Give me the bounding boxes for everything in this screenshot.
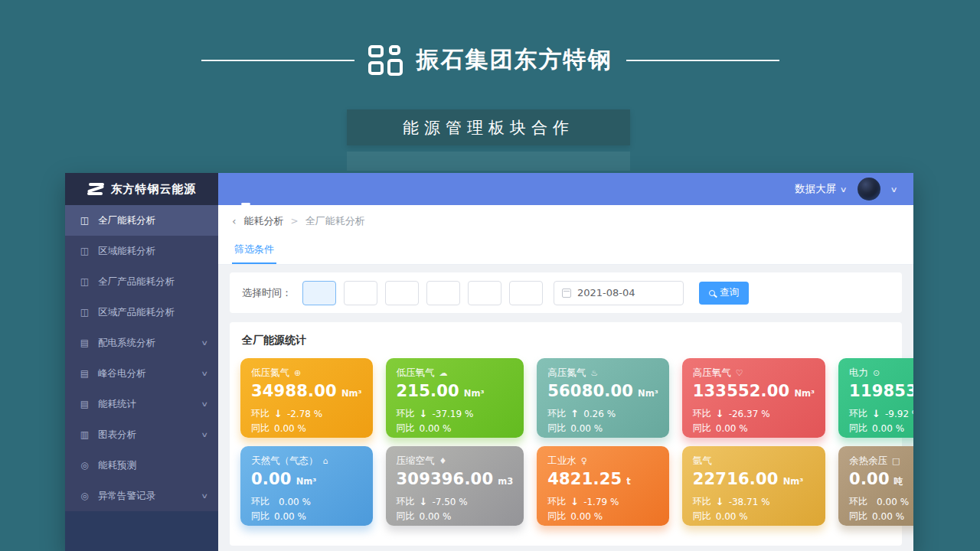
avatar[interactable] bbox=[858, 178, 880, 201]
time-option-button[interactable] bbox=[468, 281, 501, 305]
nav-item[interactable] bbox=[292, 173, 322, 205]
energy-card[interactable]: 高压氧气 ♡ 133552.00 Nm³ 环比 ↓ -26.37 % bbox=[682, 358, 825, 438]
card-value: 309396.00 bbox=[397, 470, 494, 488]
dashboard-window: 东方特钢云能源 数据大屏 ∨ ∨ ◫ 全厂能耗分析 ∨ ◫ bbox=[65, 173, 913, 551]
energy-card[interactable]: 低压氮气 ⊕ 34988.00 Nm³ 环比 ↓ -2.78 % bbox=[240, 358, 373, 438]
card-value: 34988.00 bbox=[251, 382, 337, 400]
date-input[interactable] bbox=[577, 287, 675, 298]
data-screen-link[interactable]: 数据大屏 ∨ bbox=[795, 182, 846, 196]
time-option-button[interactable] bbox=[385, 281, 419, 305]
time-option-button[interactable] bbox=[509, 281, 543, 305]
tab-filter-conditions[interactable]: 筛选条件 bbox=[232, 237, 276, 264]
card-unit: Nm³ bbox=[638, 388, 658, 399]
card-title: 电力 bbox=[849, 367, 868, 380]
nav-item[interactable] bbox=[353, 173, 384, 205]
back-icon[interactable]: ‹ bbox=[232, 215, 237, 227]
yoy-value: 0.00 % bbox=[570, 423, 603, 434]
sidebar-item[interactable]: ▤ 配电系统分析 ∨ bbox=[65, 328, 218, 358]
sidebar-item-label: 区域能耗分析 bbox=[98, 245, 207, 258]
chevron-down-icon: ∨ bbox=[201, 339, 209, 347]
mom-value: -38.71 % bbox=[729, 497, 770, 507]
time-range-options bbox=[302, 281, 543, 305]
sidebar-item-label: 区域产品能耗分析 bbox=[98, 306, 207, 319]
subtitle-banner-ghost bbox=[347, 152, 630, 171]
sidebar-item-icon: ◎ bbox=[79, 460, 90, 471]
trend-arrow-icon: ↓ bbox=[274, 408, 283, 419]
filter-label: 选择时间： bbox=[242, 286, 292, 300]
energy-cards: 低压氮气 ⊕ 34988.00 Nm³ 环比 ↓ -2.78 % bbox=[240, 358, 891, 526]
sidebar-item[interactable]: ▥ 图表分析 ∨ bbox=[65, 419, 218, 450]
stats-title: 全厂能源统计 bbox=[242, 334, 890, 347]
chevron-down-icon[interactable]: ∨ bbox=[890, 185, 897, 194]
trend-arrow-icon: ↓ bbox=[420, 496, 428, 507]
sidebar-item[interactable]: ◫ 区域能耗分析 ∨ bbox=[65, 236, 218, 266]
brand-name: 东方特钢云能源 bbox=[111, 182, 197, 197]
card-title: 氩气 bbox=[693, 455, 712, 468]
energy-card[interactable]: 低压氧气 ☁ 215.00 Nm³ 环比 ↓ -37.19 % bbox=[386, 358, 524, 438]
subtitle-banner: 能源管理板块合作 bbox=[347, 109, 630, 145]
card-title: 低压氧气 bbox=[397, 367, 435, 380]
sidebar-item-icon: ▤ bbox=[79, 368, 90, 379]
card-icon: ⊕ bbox=[294, 368, 301, 378]
energy-card[interactable]: 电力 ⊙ 1198538.09 kw.h 环比 ↓ -9.92 % bbox=[838, 358, 913, 438]
yoy-value: 0.00 % bbox=[274, 511, 306, 522]
sidebar-item-label: 峰谷电分析 bbox=[98, 367, 202, 380]
sidebar-item-icon: ▤ bbox=[79, 337, 90, 348]
card-icon: ☁ bbox=[439, 368, 448, 378]
brand: 东方特钢云能源 bbox=[65, 173, 218, 205]
mom-value: -2.78 % bbox=[287, 409, 322, 419]
chevron-down-icon: ∨ bbox=[201, 370, 209, 377]
company-logo-icon bbox=[368, 45, 403, 76]
card-value: 1198538.09 bbox=[849, 382, 913, 400]
nav-item[interactable] bbox=[261, 173, 292, 205]
energy-card[interactable]: 压缩空气 ♦ 309396.00 m3 环比 ↓ -7.50 % bbox=[386, 446, 524, 526]
breadcrumb-parent[interactable]: 能耗分析 bbox=[244, 214, 284, 228]
chevron-down-icon: ∨ bbox=[201, 492, 209, 500]
nav-right: 数据大屏 ∨ ∨ bbox=[795, 173, 913, 205]
mom-value: -26.37 % bbox=[729, 409, 770, 419]
energy-card[interactable]: 高压氮气 ♨ 56080.00 Nm³ 环比 ↑ 0.26 % bbox=[537, 358, 669, 438]
energy-card[interactable]: 天然气（气态） ⌂ 0.00 Nm³ 环比 0.00 % bbox=[240, 446, 373, 526]
yoy-value: 0.00 % bbox=[872, 423, 904, 434]
sidebar-item-icon: ◫ bbox=[79, 246, 90, 256]
sidebar-item[interactable]: ◫ 全厂能耗分析 ∨ bbox=[65, 205, 218, 236]
decor-line-right bbox=[626, 60, 779, 61]
time-option-button[interactable] bbox=[302, 281, 336, 305]
time-option-button[interactable] bbox=[344, 281, 377, 305]
sidebar-item[interactable]: ▤ 能耗统计 ∨ bbox=[65, 389, 218, 419]
mom-label: 环比 bbox=[251, 407, 270, 420]
mom-label: 环比 bbox=[693, 495, 711, 508]
energy-card[interactable]: 氩气 22716.00 Nm³ 环比 ↓ -38.71 % bbox=[682, 446, 825, 526]
sidebar-item[interactable]: ◎ 能耗预测 ∨ bbox=[65, 450, 218, 481]
mom-label: 环比 bbox=[849, 495, 867, 508]
sidebar-item-label: 异常告警记录 bbox=[98, 490, 202, 503]
trend-arrow-icon: ↓ bbox=[420, 408, 428, 419]
energy-card[interactable]: 工业水 ♀ 4821.25 t 环比 ↓ -1.79 % bbox=[537, 446, 669, 526]
nav-item[interactable] bbox=[322, 173, 353, 205]
filter-panel: 选择时间： 查询 bbox=[230, 272, 902, 313]
calendar-icon bbox=[562, 289, 571, 298]
sidebar-item[interactable]: ◫ 区域产品能耗分析 ∨ bbox=[65, 297, 218, 328]
sidebar-item-icon: ◎ bbox=[79, 491, 90, 501]
mom-value: 0.26 % bbox=[583, 409, 616, 419]
card-title: 低压氮气 bbox=[251, 367, 289, 380]
energy-card[interactable]: 余热余压 □ 0.00 吨 环比 0.00 % bbox=[838, 446, 913, 526]
stats-panel: 全厂能源统计 低压氮气 ⊕ 34988.00 Nm³ bbox=[230, 322, 902, 546]
sidebar-item[interactable]: ◫ 全厂产品能耗分析 ∨ bbox=[65, 266, 218, 297]
mom-value: 0.00 % bbox=[877, 497, 909, 507]
card-value: 215.00 bbox=[397, 382, 459, 400]
date-picker[interactable] bbox=[554, 281, 684, 305]
card-unit: t bbox=[626, 476, 631, 487]
sidebar-item-icon: ◫ bbox=[79, 307, 90, 318]
yoy-value: 0.00 % bbox=[716, 511, 748, 522]
card-unit: 吨 bbox=[894, 476, 903, 487]
top-nav: 东方特钢云能源 数据大屏 ∨ ∨ bbox=[65, 173, 913, 205]
sidebar-item-icon: ▤ bbox=[79, 399, 90, 409]
nav-menu bbox=[230, 173, 795, 205]
yoy-label: 同比 bbox=[547, 422, 566, 435]
query-button[interactable]: 查询 bbox=[699, 282, 749, 305]
sidebar-item[interactable]: ▤ 峰谷电分析 ∨ bbox=[65, 358, 218, 389]
nav-item[interactable] bbox=[230, 173, 261, 205]
time-option-button[interactable] bbox=[426, 281, 460, 305]
sidebar-item[interactable]: ◎ 异常告警记录 ∨ bbox=[65, 481, 218, 511]
